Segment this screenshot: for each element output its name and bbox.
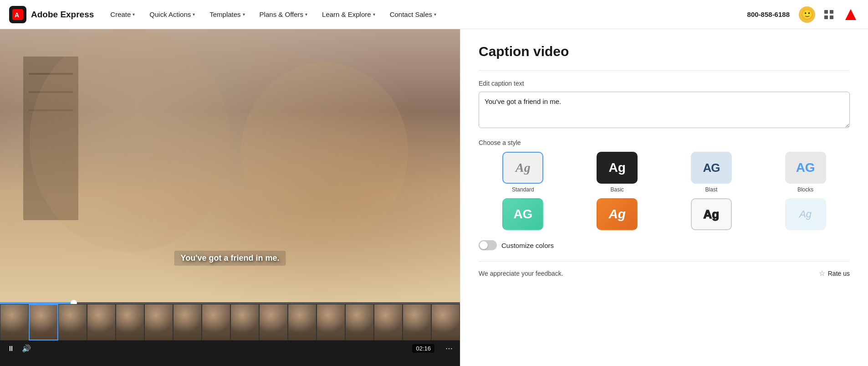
chevron-down-icon: ▾ xyxy=(373,12,375,17)
rate-us-button[interactable]: ☆ Rate us xyxy=(819,269,850,278)
thumbnail[interactable] xyxy=(288,304,317,340)
style-preview-color2: Ag xyxy=(597,198,638,230)
app-name: Adobe Express xyxy=(31,10,94,20)
svg-point-8 xyxy=(241,62,408,241)
thumbnail[interactable] xyxy=(144,304,173,340)
avatar[interactable]: 🙂 xyxy=(799,6,815,23)
feedback-row: We appreciate your feedback. ☆ Rate us xyxy=(479,261,850,278)
style-label-basic: Basic xyxy=(610,186,623,193)
star-icon: ☆ xyxy=(819,269,825,278)
nav-learn[interactable]: Learn & Explore ▾ xyxy=(317,7,381,22)
chevron-down-icon: ▾ xyxy=(133,12,135,17)
style-card-outline[interactable]: Ag xyxy=(667,198,756,233)
chevron-down-icon: ▾ xyxy=(243,12,245,17)
time-display: 02:16 xyxy=(412,344,434,353)
style-label-blocks: Blocks xyxy=(797,186,813,193)
thumbnail[interactable] xyxy=(317,304,345,340)
nav-right-controls: 🙂 xyxy=(799,6,859,23)
customize-label: Customize colors xyxy=(501,242,554,249)
thumbnails-row xyxy=(0,304,460,340)
style-card-color1[interactable]: AG xyxy=(479,198,567,233)
rate-us-label: Rate us xyxy=(828,270,850,277)
styles-grid: Ag Standard Ag Basic AG Blast xyxy=(479,152,850,233)
controls-bottom: ⏸ 🔊 02:16 ⋯ xyxy=(0,340,460,356)
nav-create[interactable]: Create ▾ xyxy=(105,7,140,22)
thumbnail[interactable] xyxy=(0,304,29,340)
svg-rect-5 xyxy=(830,15,833,19)
adobe-icon[interactable] xyxy=(842,6,859,23)
style-preview-light: Ag xyxy=(785,198,826,230)
edit-caption-label: Edit caption text xyxy=(479,80,850,87)
thumbnail[interactable] xyxy=(431,304,460,340)
thumbnail[interactable] xyxy=(29,304,58,340)
chevron-down-icon: ▾ xyxy=(305,12,307,17)
thumbnail[interactable] xyxy=(374,304,403,340)
nav-plans[interactable]: Plans & Offers ▾ xyxy=(254,7,313,22)
thumbnail[interactable] xyxy=(403,304,431,340)
right-panel: Caption video Edit caption text You've g… xyxy=(460,29,868,366)
svg-text:A: A xyxy=(15,11,19,19)
thumbnail[interactable] xyxy=(58,304,87,340)
style-preview-blocks: AG xyxy=(785,152,826,184)
style-card-blast[interactable]: AG Blast xyxy=(667,152,756,193)
style-preview-outline: Ag xyxy=(691,198,732,230)
navbar: A Adobe Express Create ▾ Quick Actions ▾… xyxy=(0,0,868,29)
main-container: You've got a friend in me. xyxy=(0,29,868,366)
panel-title: Caption video xyxy=(479,44,850,59)
nav-contact[interactable]: Contact Sales ▾ xyxy=(384,7,442,22)
style-card-basic[interactable]: Ag Basic xyxy=(573,152,662,193)
style-preview-basic: Ag xyxy=(597,152,638,184)
style-preview-color1: AG xyxy=(502,198,543,230)
more-options-button[interactable]: ⋯ xyxy=(445,344,453,353)
chevron-down-icon: ▾ xyxy=(434,12,436,17)
choose-style-label: Choose a style xyxy=(479,139,850,146)
svg-rect-2 xyxy=(824,10,828,14)
divider xyxy=(479,70,850,71)
video-frame: You've got a friend in me. xyxy=(0,29,460,302)
chevron-down-icon: ▾ xyxy=(193,12,195,17)
feedback-text: We appreciate your feedback. xyxy=(479,270,563,277)
apps-grid-icon[interactable] xyxy=(821,6,837,23)
volume-button[interactable]: 🔊 xyxy=(22,344,31,353)
style-card-light[interactable]: Ag xyxy=(761,198,850,233)
style-label-blast: Blast xyxy=(705,186,718,193)
thumbnail[interactable] xyxy=(230,304,259,340)
style-label-standard: Standard xyxy=(512,186,534,193)
style-preview-blast: AG xyxy=(691,152,732,184)
thumbnail[interactable] xyxy=(116,304,144,340)
style-card-color2[interactable]: Ag xyxy=(573,198,662,233)
video-area: You've got a friend in me. xyxy=(0,29,460,302)
thumbnail[interactable] xyxy=(173,304,202,340)
svg-point-7 xyxy=(30,29,230,252)
style-preview-standard: Ag xyxy=(502,152,543,184)
svg-rect-4 xyxy=(824,15,828,19)
phone-number: 800-858-6188 xyxy=(747,10,790,18)
style-card-blocks[interactable]: AG Blocks xyxy=(761,152,850,193)
style-card-standard[interactable]: Ag Standard xyxy=(479,152,567,193)
logo-link[interactable]: A Adobe Express xyxy=(9,6,94,23)
thumbnail[interactable] xyxy=(345,304,374,340)
toggle-thumb xyxy=(480,241,488,249)
thumbnail[interactable] xyxy=(202,304,230,340)
svg-rect-3 xyxy=(830,10,833,14)
customize-row: Customize colors xyxy=(479,240,850,250)
svg-marker-6 xyxy=(845,9,856,20)
video-controls: ⏸ 🔊 02:16 ⋯ xyxy=(0,302,460,366)
play-pause-button[interactable]: ⏸ xyxy=(7,345,15,353)
video-panel: You've got a friend in me. xyxy=(0,29,460,366)
nav-templates[interactable]: Templates ▾ xyxy=(204,7,250,22)
customize-toggle[interactable] xyxy=(479,240,497,250)
thumbnail[interactable] xyxy=(87,304,116,340)
caption-textarea[interactable]: You've got a friend in me. xyxy=(479,92,850,128)
logo-icon: A xyxy=(9,6,26,23)
nav-quick-actions[interactable]: Quick Actions ▾ xyxy=(144,7,200,22)
thumbnail[interactable] xyxy=(259,304,288,340)
